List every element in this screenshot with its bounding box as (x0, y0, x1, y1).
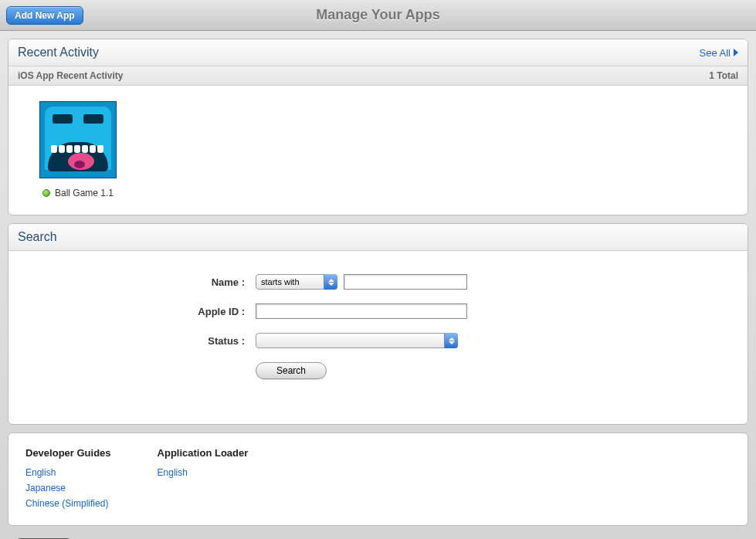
application-loader-column: Application Loader English (158, 447, 249, 511)
top-bar: Add New App Manage Your Apps (0, 0, 756, 31)
app-card[interactable]: Ball Game 1.1 (39, 101, 117, 198)
search-row-appleid: Apple ID : (39, 303, 717, 319)
status-label: Status : (39, 335, 256, 347)
recent-activity-body: Ball Game 1.1 (8, 86, 748, 215)
name-label: Name : (39, 276, 256, 288)
search-button[interactable]: Search (256, 362, 327, 379)
status-dot-icon (42, 189, 50, 197)
appleid-input[interactable] (256, 303, 467, 319)
loader-link-english[interactable]: English (158, 465, 249, 480)
see-all-label: See All (700, 47, 731, 59)
search-title: Search (18, 230, 57, 244)
guides-link-japanese[interactable]: Japanese (25, 480, 111, 496)
chevron-right-icon (734, 49, 738, 56)
recent-activity-panel: Recent Activity See All iOS App Recent A… (8, 39, 748, 215)
app-label: Ball Game 1.1 (39, 188, 117, 198)
name-match-select[interactable]: starts with (256, 274, 337, 290)
app-name: Ball Game 1.1 (55, 188, 114, 198)
see-all-link[interactable]: See All (700, 47, 738, 59)
guides-link-chinese[interactable]: Chinese (Simplified) (25, 496, 111, 511)
add-new-app-button[interactable]: Add New App (6, 6, 83, 25)
recent-activity-total: 1 Total (709, 70, 738, 81)
status-select[interactable] (256, 333, 458, 348)
application-loader-title: Application Loader (158, 447, 249, 459)
developer-guides-column: Developer Guides English Japanese Chines… (25, 447, 111, 511)
search-row-status: Status : (39, 333, 717, 348)
app-icon (39, 101, 117, 178)
search-row-name: Name : starts with (39, 274, 717, 290)
recent-activity-title: Recent Activity (18, 46, 99, 59)
search-row-button: Search (39, 362, 717, 379)
guides-link-english[interactable]: English (25, 465, 111, 480)
recent-activity-subheader: iOS App Recent Activity 1 Total (8, 66, 748, 86)
footer-panel: Developer Guides English Japanese Chines… (8, 432, 748, 526)
recent-activity-subtitle: iOS App Recent Activity (18, 70, 123, 81)
appleid-label: Apple ID : (39, 306, 256, 317)
status-select-wrap (256, 333, 458, 348)
name-match-select-wrap: starts with (256, 274, 337, 290)
page-title: Manage Your Apps (0, 7, 756, 23)
search-header: Search (8, 224, 748, 251)
search-panel: Search Name : starts with Apple ID : Sta… (8, 223, 748, 425)
search-body: Name : starts with Apple ID : Status : (8, 251, 748, 424)
recent-activity-header: Recent Activity See All (8, 39, 748, 66)
developer-guides-title: Developer Guides (25, 447, 111, 459)
name-input[interactable] (344, 274, 467, 290)
